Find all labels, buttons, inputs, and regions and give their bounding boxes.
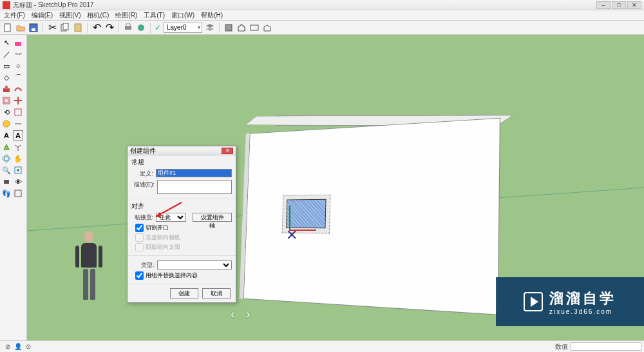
app-logo-icon — [3, 1, 10, 9]
status-bar: ⊘ 👤 ⊙ 数值 — [0, 340, 644, 352]
label-type: 类型: — [131, 260, 155, 269]
set-axes-button[interactable]: 设置组件轴 — [193, 213, 232, 222]
undo-icon[interactable]: ↶ — [91, 23, 102, 33]
polygon-tool-icon[interactable]: ◇ — [1, 72, 12, 83]
menu-window[interactable]: 窗口(W) — [171, 11, 194, 20]
select-tool-icon[interactable]: ↖ — [1, 37, 12, 48]
text-tool-icon[interactable]: A — [1, 130, 12, 141]
scale-tool-icon[interactable] — [13, 107, 23, 117]
zoomextents-tool-icon[interactable] — [13, 165, 23, 175]
menu-view[interactable]: 视图(V) — [59, 11, 80, 20]
pager-prev-icon[interactable]: ‹ — [231, 308, 234, 321]
watermark-title: 溜溜自学 — [549, 289, 616, 308]
paste-icon[interactable] — [73, 23, 83, 33]
layer-manager-icon[interactable] — [205, 23, 215, 33]
zoom-tool-icon[interactable]: 🔍 — [1, 165, 12, 175]
model-info-icon[interactable] — [136, 23, 146, 33]
create-button[interactable]: 创建 — [170, 288, 198, 298]
window-maximize-button[interactable]: □ — [612, 1, 626, 9]
svg-rect-2 — [32, 28, 35, 31]
pushpull-tool-icon[interactable] — [1, 84, 12, 94]
top-toolbar: ✂ ↶ ↷ ✓ Layer0 — [0, 21, 644, 35]
axes-tool-icon[interactable] — [13, 142, 23, 152]
description-input[interactable] — [157, 180, 232, 194]
copy-icon[interactable] — [60, 23, 70, 33]
svg-rect-12 — [3, 88, 10, 92]
svg-rect-22 — [15, 190, 21, 197]
model-viewport[interactable]: ✕ 创建组件 ✕ 常规 定义: — [27, 35, 644, 340]
svg-point-17 — [3, 157, 10, 161]
move-tool-icon[interactable] — [13, 95, 23, 106]
svg-rect-4 — [63, 23, 68, 30]
svg-rect-11 — [15, 42, 21, 46]
replace-selection-checkbox[interactable]: 用组件替换选择内容 — [135, 271, 232, 280]
side-toolbar: ↖ ／〰 ▭○ ◇⌒ ⟲ AA ✋ 🔍 👁 👣 — [0, 35, 27, 340]
layer-visible-icon[interactable]: ✓ — [155, 23, 161, 32]
position-camera-icon[interactable] — [1, 177, 12, 187]
3dtext-tool-icon[interactable]: A — [13, 130, 23, 141]
warehouse-icon[interactable] — [262, 23, 272, 33]
svg-rect-5 — [75, 24, 81, 32]
svg-rect-10 — [251, 25, 258, 30]
axis-origin-marker: ✕ — [286, 227, 298, 244]
svg-rect-7 — [126, 24, 130, 26]
section-tool-icon[interactable] — [13, 188, 23, 199]
home-icon[interactable] — [236, 23, 247, 33]
gallery-pager: ‹ › — [231, 308, 250, 321]
components-icon[interactable] — [223, 23, 234, 33]
scenes-icon[interactable] — [249, 23, 260, 33]
rectangle-tool-icon[interactable]: ▭ — [1, 61, 12, 71]
print-icon[interactable] — [123, 23, 133, 33]
arc-tool-icon[interactable]: ⌒ — [13, 72, 23, 83]
eraser-tool-icon[interactable] — [13, 37, 23, 48]
status-value-box[interactable] — [571, 342, 641, 351]
look-around-icon[interactable]: 👁 — [13, 177, 23, 187]
svg-rect-21 — [4, 180, 9, 184]
tape-tool-icon[interactable] — [1, 119, 12, 129]
rotate-tool-icon[interactable]: ⟲ — [1, 107, 12, 117]
menu-tools[interactable]: 工具(T) — [144, 11, 165, 20]
window-close-button[interactable]: ✕ — [627, 1, 641, 9]
dimension-tool-icon[interactable] — [13, 119, 23, 129]
menu-file[interactable]: 文件(F) — [4, 11, 25, 20]
walk-tool-icon[interactable]: 👣 — [1, 188, 12, 199]
pan-tool-icon[interactable]: ✋ — [13, 153, 23, 164]
label-glue: 粘接至: — [131, 213, 153, 222]
circle-tool-icon[interactable]: ○ — [13, 61, 23, 71]
paint-tool-icon[interactable] — [1, 142, 12, 152]
cut-opening-checkbox[interactable]: 切割开口 — [135, 224, 232, 232]
svg-point-20 — [17, 169, 19, 171]
offset-tool-icon[interactable] — [1, 95, 12, 106]
type-select[interactable] — [157, 260, 232, 269]
label-description: 描述(E): — [131, 180, 155, 189]
redo-icon[interactable]: ↷ — [104, 23, 115, 33]
new-file-icon[interactable] — [3, 23, 13, 33]
orbit-tool-icon[interactable] — [1, 153, 12, 164]
followme-tool-icon[interactable] — [13, 84, 23, 94]
line-tool-icon[interactable]: ／ — [1, 49, 12, 59]
cut-icon[interactable]: ✂ — [47, 23, 57, 33]
watermark-url: zixue.3d66.com — [549, 308, 616, 315]
cancel-button[interactable]: 取消 — [202, 288, 231, 298]
freehand-tool-icon[interactable]: 〰 — [13, 49, 23, 59]
save-file-icon[interactable] — [28, 23, 39, 33]
menu-camera[interactable]: 相机(C) — [87, 11, 109, 20]
status-credit-icon[interactable]: ⊙ — [23, 342, 33, 352]
dialog-close-button[interactable]: ✕ — [222, 148, 233, 154]
dialog-title: 创建组件 — [130, 146, 156, 155]
face-camera-checkbox: 总是朝向相机 — [135, 233, 232, 242]
glue-select[interactable]: 任意 — [156, 213, 186, 222]
menu-edit[interactable]: 编辑(E) — [32, 11, 53, 20]
menu-bar: 文件(F) 编辑(E) 视图(V) 相机(C) 绘图(R) 工具(T) 窗口(W… — [0, 10, 644, 21]
layer-selector[interactable]: Layer0 — [164, 23, 202, 33]
window-title: 无标题 - SketchUp Pro 2017 — [13, 1, 94, 10]
pager-next-icon[interactable]: › — [246, 308, 250, 321]
menu-help[interactable]: 帮助(H) — [201, 11, 223, 20]
open-file-icon[interactable] — [15, 23, 26, 33]
window-minimize-button[interactable]: – — [596, 1, 611, 9]
status-geo-icon[interactable]: ⊘ — [3, 342, 13, 352]
menu-draw[interactable]: 绘图(R) — [115, 11, 137, 20]
definition-input[interactable] — [156, 169, 232, 177]
svg-point-8 — [138, 24, 144, 31]
status-user-icon[interactable]: 👤 — [13, 342, 23, 352]
